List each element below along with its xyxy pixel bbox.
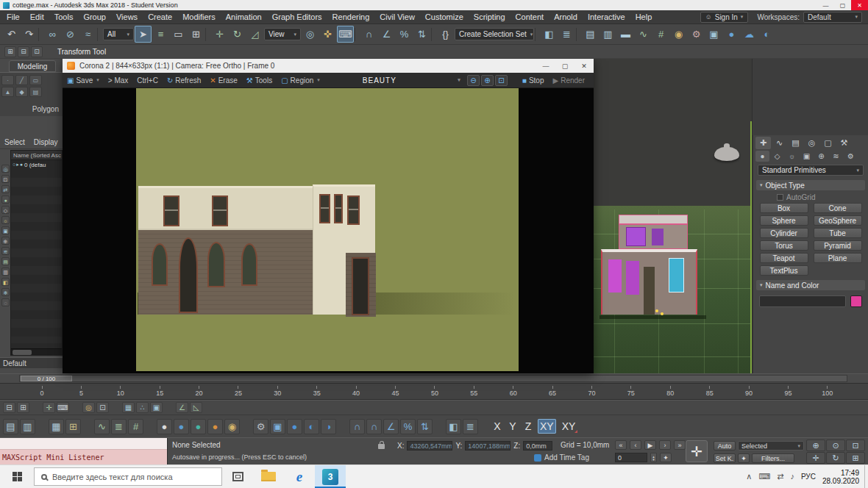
tab-display[interactable]: Display: [29, 137, 63, 148]
clone-tool-icon[interactable]: ▣: [150, 402, 163, 413]
menu-views[interactable]: Views: [111, 12, 143, 21]
cone-button[interactable]: Cone: [814, 203, 862, 213]
motion-tab-icon[interactable]: ◎: [804, 137, 819, 149]
go-to-start-button[interactable]: «: [615, 440, 627, 450]
selection-lock-icon[interactable]: [378, 444, 385, 449]
create-tab-icon[interactable]: ✚: [755, 137, 771, 149]
torus-button[interactable]: Torus: [760, 240, 808, 251]
render-production-icon[interactable]: ●: [723, 26, 740, 43]
primitive-category-dropdown[interactable]: Standard Primitives: [758, 165, 864, 176]
menu-civil-view[interactable]: Civil View: [374, 12, 419, 21]
scene-explorer[interactable]: Name (Sorted Asc ○▸● 0 (defau: [10, 150, 63, 356]
helpers-category-icon[interactable]: ⊕: [814, 151, 828, 162]
scene-explorer-tab-default[interactable]: Default: [0, 357, 63, 368]
touch-keyboard-icon[interactable]: ⌨: [758, 472, 770, 481]
snap-3d-icon[interactable]: ∩: [366, 419, 382, 434]
menu-edit[interactable]: Edit: [25, 12, 49, 21]
axis-xy-button[interactable]: XY: [538, 419, 556, 434]
maxscript-listener-field[interactable]: MAXScript Mini Listener: [0, 450, 167, 464]
filter-hidden-icon[interactable]: ◌: [1, 298, 10, 306]
search-input[interactable]: [52, 473, 215, 481]
array-tool-icon[interactable]: ▦: [122, 402, 135, 413]
corona-render-button[interactable]: ▶Render: [548, 73, 589, 88]
next-frame-button[interactable]: ›: [659, 440, 671, 450]
edge-button[interactable]: e: [284, 465, 315, 488]
snap-keyboard-icon[interactable]: ⌨: [57, 402, 69, 413]
shapes-category-icon[interactable]: ◇: [770, 151, 784, 162]
menu-scripting[interactable]: Scripting: [469, 12, 511, 21]
previous-frame-button[interactable]: ‹: [630, 440, 641, 450]
snap-toggle-3d-icon[interactable]: ∩: [360, 26, 377, 43]
menu-help[interactable]: Help: [630, 12, 658, 21]
rectangular-selection-region-icon[interactable]: ▭: [170, 26, 187, 43]
selection-filter-dropdown[interactable]: All: [103, 28, 134, 40]
time-slider[interactable]: 0 / 100: [0, 373, 868, 383]
zoom-extents-icon[interactable]: ⊙: [826, 439, 845, 451]
edit-named-selection-sets-icon[interactable]: {}: [437, 26, 454, 43]
menu-arnold[interactable]: Arnold: [549, 12, 583, 21]
lock-selection-icon[interactable]: ⊡: [96, 402, 109, 413]
lock-cell-icon[interactable]: ⊡: [1, 175, 10, 183]
corona-zoom-fit-icon[interactable]: ⊡: [495, 75, 508, 86]
menu-group[interactable]: Group: [78, 12, 111, 21]
sign-in-button[interactable]: ☺Sign In: [700, 12, 749, 23]
track-bar[interactable]: 0510152025303540455055606570758085909510…: [0, 383, 868, 400]
curve-editor-icon[interactable]: ∿: [94, 419, 110, 434]
align-icon[interactable]: ≣: [558, 26, 575, 43]
window-crossing-toggle-icon[interactable]: ⊞: [188, 26, 204, 43]
pan-icon[interactable]: ✛: [806, 452, 825, 464]
maximize-button[interactable]: ▢: [834, 0, 851, 10]
house-model[interactable]: [600, 215, 706, 321]
lights-category-icon[interactable]: ☼: [785, 151, 799, 162]
orbit-icon[interactable]: ↻: [826, 452, 845, 464]
language-indicator[interactable]: РУС: [801, 473, 816, 481]
spinner-snap-toggle-icon[interactable]: ⇅: [413, 26, 430, 43]
time-slider-handle[interactable]: 0 / 100: [21, 376, 72, 381]
menu-modifiers[interactable]: Modifiers: [177, 12, 221, 21]
filter-frozen-icon[interactable]: ❄: [1, 288, 10, 296]
tube-button[interactable]: Tube: [814, 228, 862, 238]
reference-coordinate-system-dropdown[interactable]: View: [264, 28, 301, 40]
percent-snap-toggle-icon[interactable]: %: [396, 26, 413, 43]
mirror-tool-icon[interactable]: ◧: [446, 419, 461, 434]
go-to-end-button[interactable]: »: [674, 440, 686, 450]
activeshade-icon[interactable]: ◑: [321, 419, 336, 434]
material-sample-slot-4[interactable]: ●: [207, 419, 223, 434]
isolate-selection-icon[interactable]: ◎: [82, 402, 95, 413]
corona-region-button[interactable]: ▢Region: [277, 73, 324, 88]
show-desktop-button[interactable]: [864, 465, 868, 488]
pyramid-button[interactable]: Pyramid: [814, 240, 862, 251]
layer-explorer-icon[interactable]: ▥: [20, 419, 35, 434]
filter-geometry-icon[interactable]: ●: [1, 195, 10, 204]
select-by-name-icon[interactable]: ≡: [152, 26, 169, 43]
menu-graph-editors[interactable]: Graph Editors: [267, 12, 327, 21]
select-and-rotate-icon[interactable]: ↻: [229, 26, 246, 43]
close-button[interactable]: ✕: [851, 0, 868, 10]
time-slider-track[interactable]: 0 / 100: [19, 375, 847, 382]
render-iterative-icon[interactable]: ◐: [304, 419, 319, 434]
viewport-layout-tabs-icon[interactable]: ⊟: [3, 402, 15, 413]
dope-sheet-icon[interactable]: ≣: [111, 419, 127, 434]
sphere-button[interactable]: Sphere: [760, 215, 808, 226]
cylinder-button[interactable]: Cylinder: [760, 228, 808, 238]
menu-content[interactable]: Content: [511, 12, 549, 21]
systems-category-icon[interactable]: ⚙: [844, 151, 858, 162]
grid-toggle-icon[interactable]: ⊟: [18, 46, 29, 57]
menu-tools[interactable]: Tools: [49, 12, 79, 21]
filter-cameras-icon[interactable]: ▣: [1, 226, 10, 234]
sync-selection-icon[interactable]: ⇄: [1, 185, 10, 193]
use-pivot-point-center-icon[interactable]: ◎: [302, 26, 319, 43]
rendered-frame-window-icon[interactable]: ▣: [705, 26, 722, 43]
filter-xrefs-icon[interactable]: ▥: [1, 268, 10, 276]
corona-maximize-button[interactable]: ▢: [555, 59, 574, 73]
taskbar-clock[interactable]: 17:4928.09.2020: [822, 469, 859, 485]
network-icon[interactable]: ⇄: [777, 472, 783, 481]
utilities-tab-icon[interactable]: ⚒: [836, 137, 852, 149]
corona-render-pass-dropdown[interactable]: BEAUTY: [363, 76, 461, 85]
spinner-snap-icon[interactable]: ⇅: [417, 419, 433, 434]
stack-icon[interactable]: ▤: [29, 87, 42, 97]
auto-key-button[interactable]: Auto: [714, 441, 736, 451]
snap-2d-icon[interactable]: ∩: [349, 419, 365, 434]
display-tab-icon[interactable]: ▢: [820, 137, 836, 149]
minimize-button[interactable]: —: [817, 0, 834, 10]
